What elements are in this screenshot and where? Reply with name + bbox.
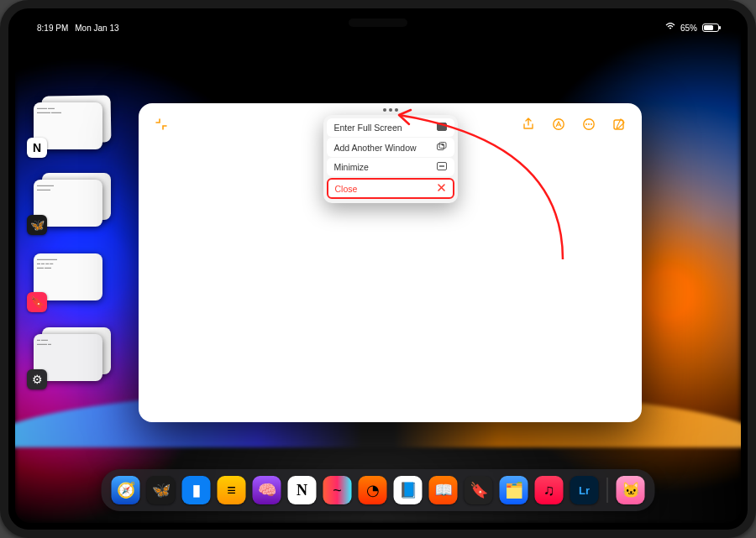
compose-icon[interactable] bbox=[610, 115, 628, 133]
stage-pile-3[interactable]: ▬▬▬▬▬▬▬ ▬ ▬ ▬▬▬ ▬▬ 🔖 bbox=[34, 253, 109, 304]
window-controls-menu[interactable]: Enter Full Screen Add Another Window Min… bbox=[323, 115, 458, 203]
notion-icon: N bbox=[27, 138, 47, 158]
svg-point-3 bbox=[588, 123, 590, 125]
ipad-frame: 8:19 PM Mon Jan 13 65% ▬▬▬ ▬▬▬▬▬▬ ▬▬▬ N … bbox=[0, 0, 756, 538]
svg-point-4 bbox=[591, 123, 592, 125]
bear-icon[interactable]: ≡ bbox=[218, 476, 246, 504]
menu-label: Close bbox=[335, 184, 358, 194]
menu-enter-fullscreen[interactable]: Enter Full Screen bbox=[327, 118, 454, 137]
menu-minimize[interactable]: Minimize bbox=[327, 158, 454, 176]
books-icon[interactable]: 📖 bbox=[429, 476, 458, 504]
stage-pile-4[interactable]: ▬ ▬▬▬▬▬ ▬ ⚙ bbox=[34, 331, 109, 381]
settings-icon: ⚙ bbox=[27, 369, 47, 389]
menu-add-window[interactable]: Add Another Window bbox=[327, 138, 454, 157]
butterfly-app-icon[interactable]: 🦋 bbox=[147, 476, 176, 504]
pet-app-icon[interactable]: 🐱 bbox=[617, 476, 645, 504]
stage-manager-strip: ▬▬▬ ▬▬▬▬▬▬ ▬▬▬ N ▬▬▬▬▬▬▬▬▬ 🦋 ▬▬▬▬▬▬▬ ▬ ▬… bbox=[34, 99, 109, 381]
share-icon[interactable] bbox=[519, 115, 538, 133]
dock[interactable]: 🧭🦋▮≡🧠N~◔📘📖🔖🗂️♫Lr🐱 bbox=[102, 469, 655, 511]
screen: 8:19 PM Mon Jan 13 65% ▬▬▬ ▬▬▬▬▬▬ ▬▬▬ N … bbox=[15, 15, 741, 523]
scan-app-icon[interactable]: 📘 bbox=[394, 476, 423, 504]
dock-separator bbox=[607, 478, 608, 503]
wifi-icon bbox=[665, 23, 675, 33]
menu-label: Add Another Window bbox=[334, 143, 417, 153]
bluesky-icon[interactable]: ▮ bbox=[182, 476, 211, 504]
close-icon bbox=[437, 183, 446, 194]
svg-point-2 bbox=[585, 123, 587, 125]
safari-icon[interactable]: 🧭 bbox=[112, 476, 140, 504]
music-icon[interactable]: ♫ bbox=[535, 476, 564, 504]
files-icon[interactable]: 🗂️ bbox=[500, 476, 528, 504]
add-window-icon bbox=[437, 142, 447, 153]
markup-pen-icon[interactable] bbox=[549, 115, 568, 133]
menu-label: Minimize bbox=[334, 162, 369, 172]
battery-icon bbox=[702, 24, 719, 32]
bookmark-app-icon[interactable]: 🔖 bbox=[465, 476, 493, 504]
status-time: 8:19 PM bbox=[37, 24, 68, 33]
brave-icon[interactable]: ◔ bbox=[359, 476, 387, 504]
fullscreen-icon bbox=[437, 123, 447, 133]
bookmark-icon: 🔖 bbox=[27, 292, 47, 312]
minimize-icon bbox=[437, 162, 447, 172]
collapse-arrows-icon[interactable] bbox=[152, 115, 171, 133]
stage-pile-1[interactable]: ▬▬▬ ▬▬▬▬▬▬ ▬▬▬ N bbox=[34, 99, 109, 149]
svg-rect-6 bbox=[437, 123, 446, 131]
notes-window[interactable]: Enter Full Screen Add Another Window Min… bbox=[139, 103, 642, 422]
window-controls-ellipsis[interactable] bbox=[383, 108, 398, 112]
notion-icon[interactable]: N bbox=[288, 476, 317, 504]
battery-percentage: 65% bbox=[680, 24, 697, 33]
menu-label: Enter Full Screen bbox=[334, 123, 402, 133]
butterfly-icon: 🦋 bbox=[27, 215, 47, 235]
status-date: Mon Jan 13 bbox=[75, 24, 118, 33]
menu-close[interactable]: Close bbox=[327, 178, 454, 199]
front-camera-notch bbox=[349, 18, 407, 27]
more-options-icon[interactable] bbox=[580, 115, 598, 133]
brain-app-icon[interactable]: 🧠 bbox=[253, 476, 281, 504]
lightroom-icon[interactable]: Lr bbox=[570, 476, 599, 504]
craft-icon[interactable]: ~ bbox=[323, 476, 352, 504]
stage-pile-2[interactable]: ▬▬▬▬▬▬▬▬▬ 🦋 bbox=[34, 176, 109, 227]
